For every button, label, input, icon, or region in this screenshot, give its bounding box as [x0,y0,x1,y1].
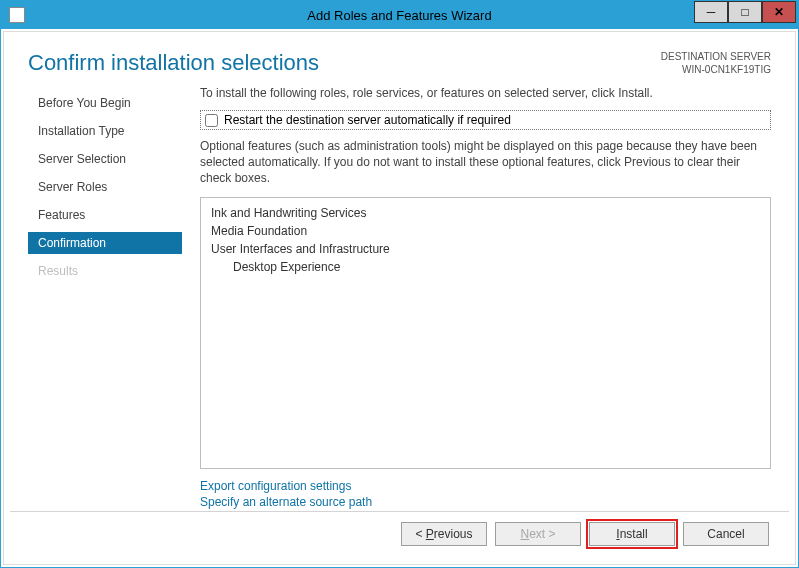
sidebar-item-installation-type[interactable]: Installation Type [28,120,182,142]
cancel-button[interactable]: Cancel [683,522,769,546]
footer: < Previous Next > Install Cancel [10,511,789,560]
restart-checkbox[interactable] [205,114,218,127]
alternate-source-link[interactable]: Specify an alternate source path [200,495,771,509]
destination-server: WIN-0CN1KF19TIG [661,63,771,76]
links: Export configuration settings Specify an… [200,479,771,511]
previous-button[interactable]: < Previous [401,522,487,546]
sidebar-item-results: Results [28,260,182,282]
next-button: Next > [495,522,581,546]
sidebar-item-server-selection[interactable]: Server Selection [28,148,182,170]
titlebar: Add Roles and Features Wizard ─ □ ✕ [1,1,798,29]
list-item: User Interfaces and Infrastructure [211,242,760,256]
export-config-link[interactable]: Export configuration settings [200,479,771,493]
list-item: Ink and Handwriting Services [211,206,760,220]
app-icon [9,7,25,23]
minimize-button[interactable]: ─ [694,1,728,23]
content-area: Confirm installation selections DESTINAT… [3,31,796,565]
body-row: Before You Begin Installation Type Serve… [10,86,789,511]
optional-note: Optional features (such as administratio… [200,138,771,187]
sidebar: Before You Begin Installation Type Serve… [28,86,182,511]
header-row: Confirm installation selections DESTINAT… [10,36,789,86]
main-panel: To install the following roles, role ser… [200,86,771,511]
destination-info: DESTINATION SERVER WIN-0CN1KF19TIG [661,50,771,76]
close-button[interactable]: ✕ [762,1,796,23]
sidebar-item-features[interactable]: Features [28,204,182,226]
maximize-button[interactable]: □ [728,1,762,23]
sidebar-item-before-you-begin[interactable]: Before You Begin [28,92,182,114]
page-title: Confirm installation selections [28,50,319,76]
restart-checkbox-label: Restart the destination server automatic… [224,113,511,127]
sidebar-item-confirmation[interactable]: Confirmation [28,232,182,254]
install-instruction: To install the following roles, role ser… [200,86,771,100]
install-button[interactable]: Install [589,522,675,546]
restart-checkbox-row[interactable]: Restart the destination server automatic… [200,110,771,130]
list-item: Desktop Experience [211,260,760,274]
list-item: Media Foundation [211,224,760,238]
window-controls: ─ □ ✕ [694,1,798,29]
sidebar-item-server-roles[interactable]: Server Roles [28,176,182,198]
window-title: Add Roles and Features Wizard [1,8,798,23]
feature-list: Ink and Handwriting Services Media Found… [200,197,771,469]
destination-label: DESTINATION SERVER [661,50,771,63]
wizard-window: Add Roles and Features Wizard ─ □ ✕ Conf… [0,0,799,568]
